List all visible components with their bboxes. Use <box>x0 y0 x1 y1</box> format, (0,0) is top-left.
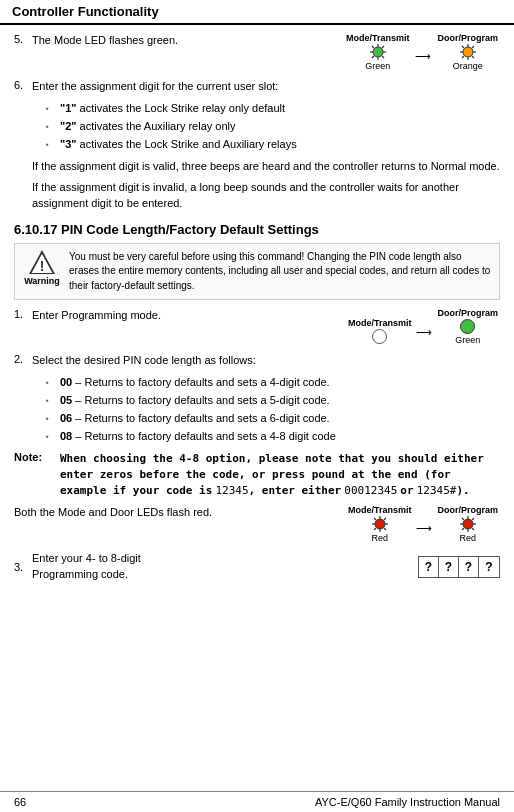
svg-line-16 <box>472 46 474 48</box>
mode-transmit-group: Mode/Transmit Green <box>346 33 410 71</box>
bullet-list-1: ▪ "1" activates the Lock Strike relay on… <box>46 101 500 153</box>
bullet-s2-sq-4: ▪ <box>46 431 56 443</box>
svg-line-34 <box>462 518 464 520</box>
step1-door-label: Door/Program <box>437 308 498 318</box>
bullet-s2-3: ▪ 06 – Returns to factory defaults and s… <box>46 411 500 427</box>
code-cell-1: ? <box>419 557 439 577</box>
svg-line-26 <box>384 528 386 530</box>
red-mode-red-label: Red <box>371 533 388 543</box>
para-2: If the assignment digit is invalid, a lo… <box>32 180 500 212</box>
step-s2-1-num: 1. <box>14 308 32 320</box>
code-cell-2: ? <box>439 557 459 577</box>
svg-text:!: ! <box>40 258 45 274</box>
red-door-prog: Door/Program Red <box>437 505 498 543</box>
svg-line-14 <box>462 46 464 48</box>
door-program-icon <box>459 43 477 61</box>
warning-text: You must be very careful before using th… <box>69 250 491 294</box>
bullet-1: ▪ "1" activates the Lock Strike relay on… <box>46 101 500 117</box>
warning-box: ! Warning You must be very careful befor… <box>14 243 500 301</box>
bullet-s2-sq-2: ▪ <box>46 395 56 407</box>
svg-point-29 <box>463 519 473 529</box>
bullet-3-text: "3" activates the Lock Strike and Auxili… <box>60 137 297 153</box>
bullet-s2-sq-3: ▪ <box>46 413 56 425</box>
bullet-2-text: "2" activates the Auxiliary relay only <box>60 119 236 135</box>
page: Controller Functionality 5. The Mode LED… <box>0 0 514 812</box>
code-cell-4: ? <box>479 557 499 577</box>
red-door-icon <box>459 515 477 533</box>
svg-line-36 <box>472 518 474 520</box>
red-mode-transmit: Mode/Transmit Red <box>348 505 412 543</box>
step-s2-2-text: Select the desired PIN code length as fo… <box>32 353 500 369</box>
note-text: When choosing the 4-8 option, please not… <box>60 451 500 499</box>
svg-line-6 <box>382 56 384 58</box>
bullet-sq-2: ▪ <box>46 121 56 133</box>
svg-point-9 <box>463 47 473 57</box>
step-6-num: 6. <box>14 79 32 91</box>
svg-line-28 <box>374 528 376 530</box>
warning-triangle-icon: ! <box>28 250 56 274</box>
bullet-3: ▪ "3" activates the Lock Strike and Auxi… <box>46 137 500 153</box>
orange-label: Orange <box>453 61 483 71</box>
door-program-label: Door/Program <box>437 33 498 43</box>
step5-led-diagram: Mode/Transmit Green ⟶ <box>344 33 500 71</box>
para-1: If the assignment digit is valid, three … <box>32 159 500 175</box>
mode-transmit-icon <box>369 43 387 61</box>
red-door-label: Door/Program <box>437 505 498 515</box>
step1-mode-label: Mode/Transmit <box>348 318 412 328</box>
bullet-s2-2-text: 05 – Returns to factory defaults and set… <box>60 393 330 409</box>
footer-manual: AYC-E/Q60 Family Instruction Manual <box>315 796 500 808</box>
bullet-list-2: ▪ 00 – Returns to factory defaults and s… <box>46 375 500 445</box>
footer-page: 66 <box>14 796 26 808</box>
bullet-s2-1-text: 00 – Returns to factory defaults and set… <box>60 375 330 391</box>
bullet-s2-2: ▪ 05 – Returns to factory defaults and s… <box>46 393 500 409</box>
svg-line-25 <box>374 518 376 520</box>
step1-mode-led-empty <box>372 329 387 344</box>
step-s2-1-text: Enter Programming mode. <box>32 308 340 324</box>
step-6-text: Enter the assignment digit for the curre… <box>32 79 500 95</box>
code-cell-3: ? <box>459 557 479 577</box>
door-program-group: Door/Program Orange <box>437 33 498 71</box>
bullet-s2-4-text: 08 – Returns to factory defaults and set… <box>60 429 336 445</box>
svg-line-15 <box>472 56 474 58</box>
para-leds-row: Both the Mode and Door LEDs flash red. M… <box>14 505 500 545</box>
bullet-s2-1: ▪ 00 – Returns to factory defaults and s… <box>46 375 500 391</box>
step-5-num: 5. <box>14 33 32 45</box>
red-mode-icon <box>371 515 389 533</box>
svg-line-27 <box>384 518 386 520</box>
section-title-6-10-17: 6.10.17 PIN Code Length/Factory Default … <box>14 222 500 237</box>
svg-line-35 <box>472 528 474 530</box>
page-footer: 66 AYC-E/Q60 Family Instruction Manual <box>0 791 514 812</box>
step-5-row: 5. The Mode LED flashes green. Mode/Tran… <box>14 33 500 73</box>
svg-point-20 <box>375 519 385 529</box>
step1-s2-led-diagram: Mode/Transmit ⟶ Door/Program Green <box>346 308 500 345</box>
step-s2-1-row: 1. Enter Programming mode. Mode/Transmit… <box>14 308 500 347</box>
warning-label: Warning <box>24 276 60 286</box>
bullet-s2-sq-1: ▪ <box>46 377 56 389</box>
step-s2-2-num: 2. <box>14 353 32 365</box>
bullet-s2-3-text: 06 – Returns to factory defaults and set… <box>60 411 330 427</box>
bullet-sq-3: ▪ <box>46 139 56 151</box>
para-leds-text: Both the Mode and Door LEDs flash red. <box>14 505 340 521</box>
step-3-row: 3. Enter your 4- to 8-digitProgramming c… <box>14 551 500 583</box>
red-door-red-label: Red <box>459 533 476 543</box>
red-arrow: ⟶ <box>416 522 432 543</box>
step1-arrow: ⟶ <box>416 326 432 345</box>
note-label: Note: <box>14 451 56 463</box>
bullet-sq-1: ▪ <box>46 103 56 115</box>
warning-icon-wrap: ! Warning <box>23 250 61 286</box>
green-label: Green <box>365 61 390 71</box>
step-6-row: 6. Enter the assignment digit for the cu… <box>14 79 500 95</box>
svg-line-7 <box>382 46 384 48</box>
red-mode-label: Mode/Transmit <box>348 505 412 515</box>
note-row: Note: When choosing the 4-8 option, plea… <box>14 451 500 499</box>
step1-green-label: Green <box>455 335 480 345</box>
step1-door-prog: Door/Program Green <box>437 308 498 345</box>
step-3-text: Enter your 4- to 8-digitProgramming code… <box>32 551 406 583</box>
main-content: 5. The Mode LED flashes green. Mode/Tran… <box>0 25 514 596</box>
step1-mode-transmit: Mode/Transmit <box>348 318 412 345</box>
mode-transmit-label: Mode/Transmit <box>346 33 410 43</box>
svg-point-0 <box>373 47 383 57</box>
bullet-1-text: "1" activates the Lock Strike relay only… <box>60 101 285 117</box>
step-s2-2-row: 2. Select the desired PIN code length as… <box>14 353 500 369</box>
svg-line-17 <box>462 56 464 58</box>
